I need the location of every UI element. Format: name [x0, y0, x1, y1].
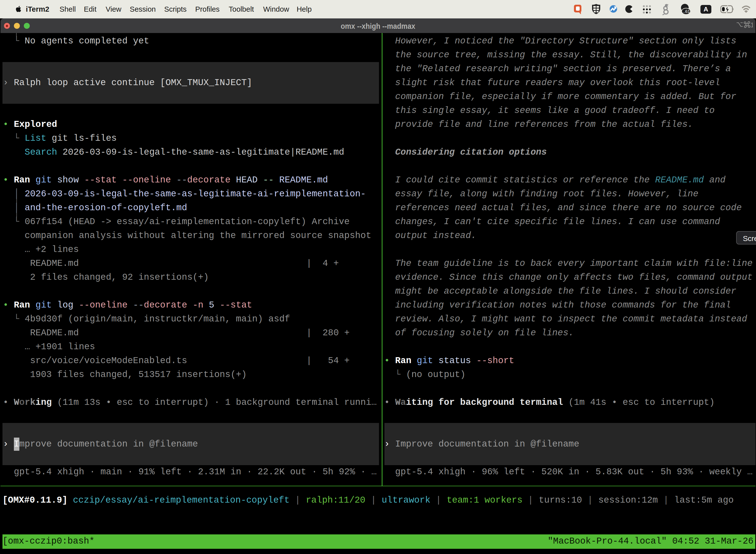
svg-text:..61: ..61 [683, 9, 690, 14]
svg-text:1: 1 [750, 21, 753, 29]
